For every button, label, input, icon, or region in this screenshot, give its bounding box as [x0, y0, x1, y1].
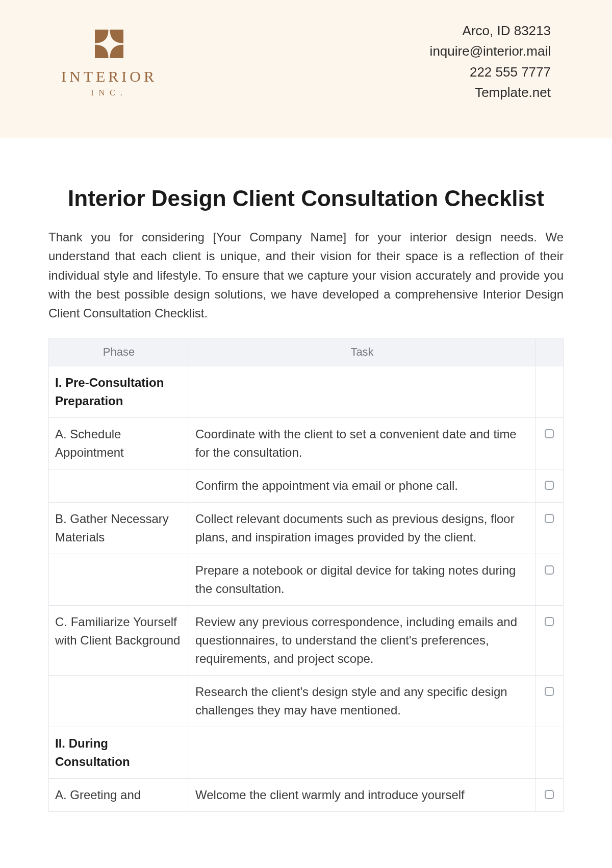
phase-cell: II. During Consultation: [49, 727, 189, 779]
col-phase: Phase: [49, 338, 189, 366]
task-cell: Confirm the appointment via email or pho…: [189, 469, 536, 503]
checkbox[interactable]: [545, 514, 554, 523]
checkbox[interactable]: [545, 481, 554, 490]
task-cell: Review any previous correspondence, incl…: [189, 606, 536, 676]
check-cell: [536, 469, 564, 503]
contact-address: Arco, ID 83213: [430, 20, 551, 41]
phase-cell: C. Familiarize Yourself with Client Back…: [49, 606, 189, 676]
phase-cell: A. Schedule Appointment: [49, 418, 189, 469]
check-cell: [536, 418, 564, 469]
page-title: Interior Design Client Consultation Chec…: [48, 184, 564, 212]
check-cell: [536, 727, 564, 779]
table-row: A. Greeting andWelcome the client warmly…: [49, 779, 564, 812]
checkbox[interactable]: [545, 565, 554, 575]
logo-icon: [91, 26, 127, 62]
task-cell: Welcome the client warmly and introduce …: [189, 779, 536, 812]
task-cell: [189, 366, 536, 418]
contact-site: Template.net: [430, 82, 551, 103]
task-cell: Prepare a notebook or digital device for…: [189, 554, 536, 606]
intro-paragraph: Thank you for considering [Your Company …: [48, 228, 564, 323]
check-cell: [536, 779, 564, 812]
table-row: A. Schedule AppointmentCoordinate with t…: [49, 418, 564, 469]
table-row: C. Familiarize Yourself with Client Back…: [49, 606, 564, 676]
checkbox[interactable]: [545, 429, 554, 438]
contact-phone: 222 555 7777: [430, 62, 551, 82]
table-row: I. Pre-Consultation Preparation: [49, 366, 564, 418]
checklist-table: Phase Task I. Pre-Consultation Preparati…: [48, 338, 564, 812]
contact-info: Arco, ID 83213 inquire@interior.mail 222…: [430, 20, 551, 103]
table-row: Research the client's design style and a…: [49, 676, 564, 727]
logo: INTERIOR INC.: [61, 26, 157, 97]
task-cell: Collect relevant documents such as previ…: [189, 503, 536, 554]
task-cell: [189, 727, 536, 779]
table-row: B. Gather Necessary MaterialsCollect rel…: [49, 503, 564, 554]
task-cell: Research the client's design style and a…: [189, 676, 536, 727]
table-row: Confirm the appointment via email or pho…: [49, 469, 564, 503]
phase-cell: A. Greeting and: [49, 779, 189, 812]
phase-cell: [49, 554, 189, 606]
phase-cell: [49, 676, 189, 727]
phase-cell: B. Gather Necessary Materials: [49, 503, 189, 554]
checkbox[interactable]: [545, 687, 554, 696]
table-row: II. During Consultation: [49, 727, 564, 779]
task-cell: Coordinate with the client to set a conv…: [189, 418, 536, 469]
phase-cell: I. Pre-Consultation Preparation: [49, 366, 189, 418]
letterhead: INTERIOR INC. Arco, ID 83213 inquire@int…: [0, 0, 612, 138]
logo-wordmark: INTERIOR: [61, 68, 157, 85]
table-row: Prepare a notebook or digital device for…: [49, 554, 564, 606]
col-task: Task: [189, 338, 536, 366]
check-cell: [536, 503, 564, 554]
contact-email: inquire@interior.mail: [430, 41, 551, 61]
check-cell: [536, 606, 564, 676]
logo-subtext: INC.: [91, 88, 128, 97]
checkbox[interactable]: [545, 617, 554, 626]
check-cell: [536, 366, 564, 418]
check-cell: [536, 676, 564, 727]
col-check: [536, 338, 564, 366]
document-body: Interior Design Client Consultation Chec…: [0, 138, 612, 812]
phase-cell: [49, 469, 189, 503]
check-cell: [536, 554, 564, 606]
checkbox[interactable]: [545, 790, 554, 799]
